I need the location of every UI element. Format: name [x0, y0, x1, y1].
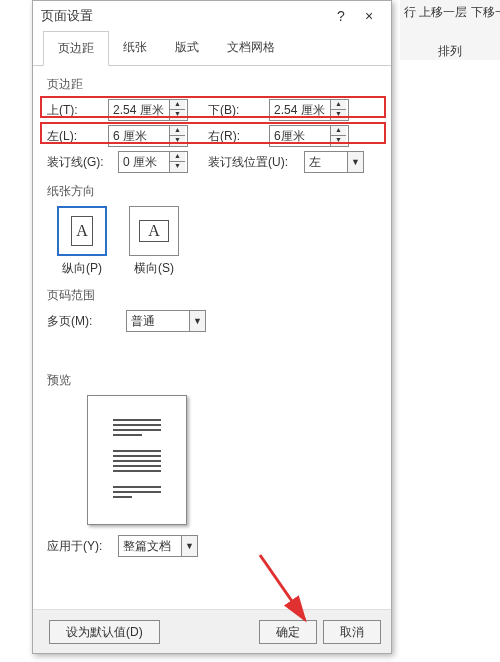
gutter-pos-value: 左: [305, 154, 347, 171]
default-button[interactable]: 设为默认值(D): [49, 620, 160, 644]
landscape-label: 横向(S): [129, 260, 179, 277]
help-button[interactable]: ?: [327, 4, 355, 28]
ok-button[interactable]: 确定: [259, 620, 317, 644]
tab-paper[interactable]: 纸张: [109, 31, 161, 65]
preview-page: [87, 395, 187, 525]
top-label: 上(T):: [47, 102, 102, 119]
gutter-label: 装订线(G):: [47, 154, 112, 171]
left-input[interactable]: [109, 126, 169, 146]
portrait-label: 纵向(P): [57, 260, 107, 277]
gutter-spinner[interactable]: ▲▼: [118, 151, 188, 173]
left-label: 左(L):: [47, 128, 102, 145]
tab-grid[interactable]: 文档网格: [213, 31, 289, 65]
right-spinner[interactable]: ▲▼: [269, 125, 349, 147]
multi-select[interactable]: 普通▼: [126, 310, 206, 332]
right-label: 右(R):: [208, 128, 263, 145]
section-range: 页码范围: [47, 287, 377, 304]
ribbon-text-2: 排列: [404, 43, 496, 60]
orientation-landscape[interactable]: A 横向(S): [129, 206, 179, 277]
right-input[interactable]: [270, 126, 330, 146]
close-button[interactable]: ×: [355, 4, 383, 28]
bottom-label: 下(B):: [208, 102, 263, 119]
tab-layout[interactable]: 版式: [161, 31, 213, 65]
section-margins: 页边距: [47, 76, 377, 93]
top-input[interactable]: [109, 100, 169, 120]
bottom-spinner[interactable]: ▲▼: [269, 99, 349, 121]
cancel-button[interactable]: 取消: [323, 620, 381, 644]
gutter-input[interactable]: [119, 152, 169, 172]
left-spinner[interactable]: ▲▼: [108, 125, 188, 147]
gutter-pos-label: 装订线位置(U):: [208, 154, 298, 171]
section-preview: 预览: [47, 372, 377, 389]
top-spinner[interactable]: ▲▼: [108, 99, 188, 121]
titlebar: 页面设置 ? ×: [33, 1, 391, 31]
section-orientation: 纸张方向: [47, 183, 377, 200]
apply-label: 应用于(Y):: [47, 538, 112, 555]
bottom-input[interactable]: [270, 100, 330, 120]
apply-select[interactable]: 整篇文档▼: [118, 535, 198, 557]
apply-value: 整篇文档: [119, 538, 181, 555]
page-setup-dialog: 页面设置 ? × 页边距 纸张 版式 文档网格 页边距 上(T): ▲▼ 下(B…: [32, 0, 392, 654]
tabs: 页边距 纸张 版式 文档网格: [33, 31, 391, 66]
orientation-portrait[interactable]: A 纵向(P): [57, 206, 107, 277]
tab-margins[interactable]: 页边距: [43, 31, 109, 66]
multi-value: 普通: [127, 313, 189, 330]
gutter-pos-select[interactable]: 左▼: [304, 151, 364, 173]
dialog-title: 页面设置: [41, 7, 327, 25]
ribbon-text-1: 行 上移一层 下移一层: [404, 4, 496, 21]
multi-label: 多页(M):: [47, 313, 102, 330]
